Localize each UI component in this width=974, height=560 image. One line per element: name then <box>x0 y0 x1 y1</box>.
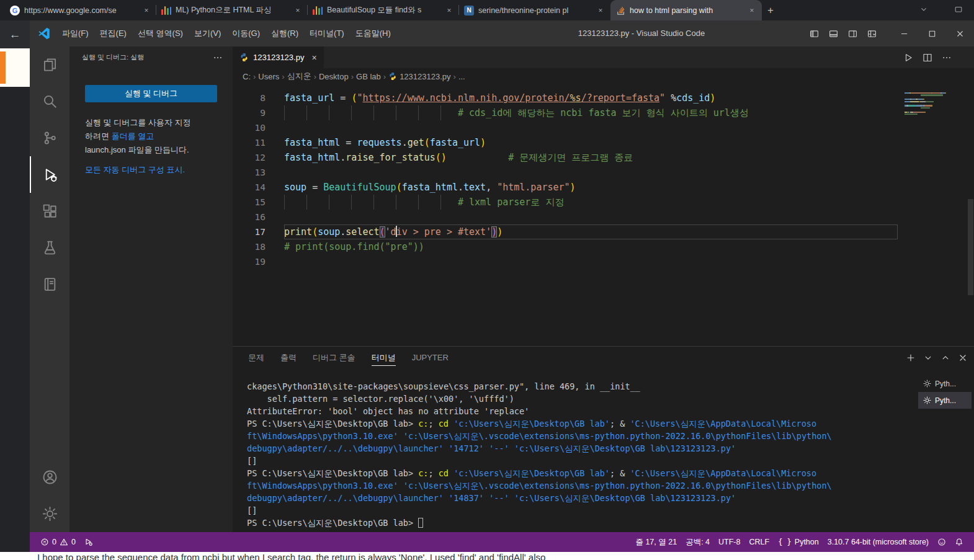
activity-accounts-icon[interactable] <box>30 459 69 496</box>
activity-notebook-icon[interactable] <box>30 266 69 303</box>
breadcrumb-file[interactable]: 123123123.py <box>388 72 450 81</box>
browser-window-icon[interactable] <box>954 5 963 16</box>
code-line[interactable]: 12fasta_html.raise_for_status() # 문제생기면 … <box>233 150 974 165</box>
code-line[interactable]: 18# print(soup.find("pre")) <box>233 239 974 254</box>
debug-status-icon[interactable] <box>80 538 97 546</box>
breadcrumb-separator: › <box>383 72 386 81</box>
code-line[interactable]: 10 <box>233 120 974 135</box>
customize-layout-icon[interactable] <box>867 29 877 38</box>
tab-close-icon[interactable]: ✕ <box>596 6 605 16</box>
breadcrumb-item[interactable]: 심지운 <box>287 71 311 82</box>
browser-tab[interactable]: Ghttps://www.google.com/se✕ <box>5 0 156 20</box>
tab-close-icon[interactable]: × <box>311 53 316 63</box>
more-actions-icon[interactable] <box>942 53 952 63</box>
activity-source-control-icon[interactable] <box>30 120 69 156</box>
maximize-panel-icon[interactable] <box>940 353 950 363</box>
sidebar-actions-icon[interactable] <box>213 53 233 63</box>
browser-back-button[interactable]: ← <box>9 28 21 42</box>
eol-status[interactable]: CRLF <box>744 538 774 546</box>
browser-tab-title: BeautifulSoup 모듈 find와 s <box>327 5 440 16</box>
feedback-icon <box>937 538 946 546</box>
indentation-status[interactable]: 공백: 4 <box>681 537 714 548</box>
menu-item[interactable]: 편집(E) <box>94 20 132 47</box>
line-number: 15 <box>233 195 266 210</box>
problems-status[interactable]: 0 0 <box>36 538 80 546</box>
terminal-list-item[interactable]: Pyth... <box>918 392 972 409</box>
panel-tab[interactable]: 디버그 콘솔 <box>305 347 364 369</box>
menu-item[interactable]: 이동(G) <box>226 20 266 47</box>
maximize-button[interactable] <box>918 20 946 47</box>
activity-testing-icon[interactable] <box>30 229 69 266</box>
tab-search-chevron-icon[interactable] <box>919 5 928 16</box>
breadcrumb-item[interactable]: C: <box>243 72 251 81</box>
open-folder-link[interactable]: 폴더를 열고 <box>112 131 154 141</box>
panel-tab[interactable]: JUPYTER <box>404 347 457 369</box>
breadcrumb-tail[interactable]: ... <box>458 72 465 81</box>
menu-item[interactable]: 보기(V) <box>189 20 226 47</box>
breadcrumb-item[interactable]: Users <box>258 72 279 81</box>
code-editor[interactable]: 8fasta_url = ("https://www.ncbi.nlm.nih.… <box>233 84 974 346</box>
browser-tab-title: serine/threonine-protein pl <box>478 6 591 15</box>
browser-tab[interactable]: ML) Python으로 HTML 파싱✕ <box>156 0 308 20</box>
menu-item[interactable]: 선택 영역(S) <box>132 20 189 47</box>
browser-tab[interactable]: BeautifulSoup 모듈 find와 s✕ <box>308 0 459 20</box>
toggle-secondary-sidebar-icon[interactable] <box>848 29 857 38</box>
close-button[interactable] <box>946 20 974 47</box>
tab-close-icon[interactable]: ✕ <box>747 6 757 16</box>
terminal-list-item[interactable]: Pyth... <box>918 375 972 392</box>
panel-tab[interactable]: 터미널 <box>364 347 404 369</box>
code-line[interactable]: 16 <box>233 210 974 224</box>
activity-search-icon[interactable] <box>30 83 69 120</box>
editor-scrollbar[interactable] <box>968 199 973 295</box>
menu-item[interactable]: 터미널(T) <box>304 20 350 47</box>
menu-item[interactable]: 실행(R) <box>266 20 304 47</box>
tab-close-icon[interactable]: ✕ <box>444 6 454 16</box>
activity-explorer-icon[interactable] <box>30 47 69 83</box>
activity-extensions-icon[interactable] <box>30 193 69 229</box>
toggle-panel-icon[interactable] <box>829 29 838 38</box>
code-line[interactable]: 8fasta_url = ("https://www.ncbi.nlm.nih.… <box>233 91 974 105</box>
terminal-view[interactable]: ckages\Python310\site-packages\soupsieve… <box>233 369 974 532</box>
panel-tab[interactable]: 문제 <box>240 347 272 369</box>
menu-item[interactable]: 파일(F) <box>56 20 94 47</box>
tab-close-icon[interactable]: ✕ <box>293 6 303 16</box>
code-line[interactable]: 11fasta_html = requests.get(fasta_url) <box>233 135 974 150</box>
split-editor-icon[interactable] <box>923 53 932 63</box>
code-line[interactable]: 15# lxml parser로 지정 <box>233 195 974 210</box>
editor-tab-123123123py[interactable]: 123123123.py × <box>233 47 324 68</box>
new-tab-button[interactable]: + <box>762 2 779 19</box>
activity-settings-icon[interactable] <box>30 496 69 532</box>
code-line[interactable]: 17print(soup.select('div > pre > #text')… <box>233 224 974 239</box>
terminal-line: AttributeError: 'bool' object has no att… <box>247 405 906 417</box>
cursor-position-status[interactable]: 줄 17, 열 21 <box>631 537 681 548</box>
new-terminal-icon[interactable] <box>906 353 916 363</box>
code-line[interactable]: 19 <box>233 254 974 269</box>
minimap[interactable] <box>905 92 965 118</box>
show-all-debug-configs-link[interactable]: 모든 자동 디버그 구성 표시. <box>85 165 185 174</box>
close-panel-icon[interactable] <box>958 353 968 363</box>
code-line[interactable]: 14soup = BeautifulSoup(fasta_html.text, … <box>233 180 974 195</box>
panel-tab[interactable]: 출력 <box>272 347 305 369</box>
breadcrumb-item[interactable]: Desktop <box>319 72 349 81</box>
menu-item[interactable]: 도움말(H) <box>350 20 396 47</box>
tab-close-icon[interactable]: ✕ <box>141 6 151 16</box>
python-interpreter-status[interactable]: 3.10.7 64-bit (microsoft store) <box>823 538 933 546</box>
browser-page-bottom-strip: I hope to parse the sequence data from n… <box>0 552 974 560</box>
code-text: fasta_html.raise_for_status() # 문제생기면 프로… <box>284 150 974 165</box>
code-line[interactable]: 9# cds_id에 해당하는 ncbi fasta 보기 형식 사이트의 ur… <box>233 105 974 120</box>
browser-tab[interactable]: how to html parsing with✕ <box>610 0 762 20</box>
browser-tab[interactable]: Nserine/threonine-protein pl✕ <box>459 0 610 20</box>
layout-controls <box>810 29 877 38</box>
notifications-item[interactable] <box>950 538 968 546</box>
minimize-button[interactable] <box>890 20 918 47</box>
language-mode-status[interactable]: { } Python <box>774 538 823 546</box>
run-and-debug-button[interactable]: 실행 및 디버그 <box>85 85 217 102</box>
code-line[interactable]: 13 <box>233 165 974 180</box>
encoding-status[interactable]: UTF-8 <box>714 538 744 546</box>
browser-page-sliver <box>0 48 30 87</box>
run-file-icon[interactable] <box>903 53 913 63</box>
activity-run-and-debug-icon[interactable] <box>30 156 69 193</box>
terminal-dropdown-icon[interactable] <box>923 353 933 363</box>
feedback-item[interactable] <box>933 538 950 546</box>
breadcrumb-item[interactable]: GB lab <box>356 72 381 81</box>
